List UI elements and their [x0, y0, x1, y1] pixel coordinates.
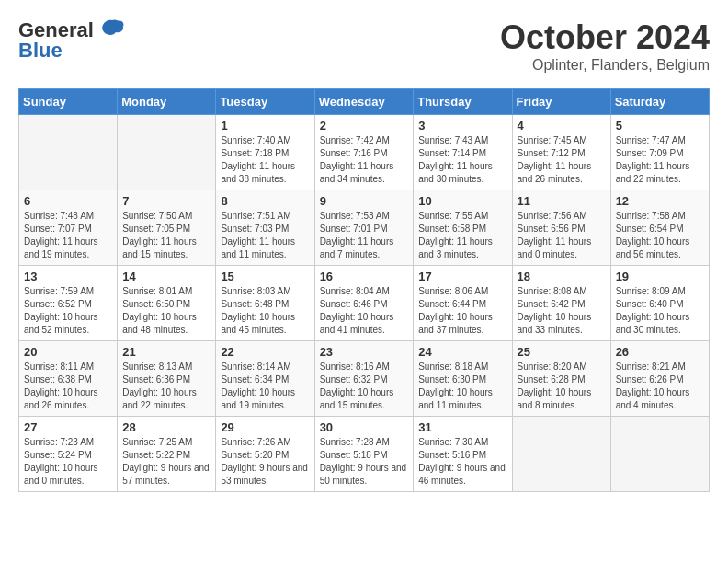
day-number: 25 [518, 345, 606, 359]
day-info: Sunrise: 7:56 AM Sunset: 6:56 PM Dayligh… [518, 210, 606, 261]
calendar-cell [19, 115, 118, 190]
weekday-header-friday: Friday [512, 89, 610, 115]
day-number: 12 [616, 194, 704, 208]
calendar-week-3: 13Sunrise: 7:59 AM Sunset: 6:52 PM Dayli… [19, 266, 710, 341]
day-number: 4 [518, 119, 606, 132]
day-number: 24 [418, 345, 506, 359]
day-info: Sunrise: 7:26 AM Sunset: 5:20 PM Dayligh… [221, 436, 309, 488]
weekday-header-thursday: Thursday [414, 89, 512, 115]
calendar-cell: 20Sunrise: 8:11 AM Sunset: 6:38 PM Dayli… [19, 341, 118, 417]
day-number: 28 [122, 420, 210, 434]
calendar-cell: 27Sunrise: 7:23 AM Sunset: 5:24 PM Dayli… [19, 417, 118, 492]
calendar-cell [512, 417, 610, 492]
logo-blue-text: Blue [18, 39, 63, 62]
day-info: Sunrise: 8:09 AM Sunset: 6:40 PM Dayligh… [616, 285, 704, 337]
day-info: Sunrise: 8:20 AM Sunset: 6:28 PM Dayligh… [518, 361, 606, 412]
calendar-cell [118, 115, 216, 190]
calendar-cell: 21Sunrise: 8:13 AM Sunset: 6:36 PM Dayli… [118, 341, 216, 417]
logo-bird-icon [99, 18, 125, 37]
weekday-header-monday: Monday [118, 89, 216, 115]
calendar-cell: 13Sunrise: 7:59 AM Sunset: 6:52 PM Dayli… [19, 266, 118, 341]
calendar-week-5: 27Sunrise: 7:23 AM Sunset: 5:24 PM Dayli… [19, 417, 710, 492]
day-number: 7 [122, 194, 210, 208]
calendar-cell: 17Sunrise: 8:06 AM Sunset: 6:44 PM Dayli… [414, 266, 512, 341]
calendar-cell [610, 417, 709, 492]
day-number: 14 [122, 270, 210, 283]
day-info: Sunrise: 7:43 AM Sunset: 7:14 PM Dayligh… [418, 134, 506, 186]
calendar-cell: 15Sunrise: 8:03 AM Sunset: 6:48 PM Dayli… [216, 266, 314, 341]
day-number: 8 [221, 194, 309, 208]
day-number: 29 [221, 420, 309, 434]
day-number: 1 [221, 119, 309, 132]
logo: General Blue [18, 18, 125, 61]
calendar-cell: 16Sunrise: 8:04 AM Sunset: 6:46 PM Dayli… [314, 266, 414, 341]
location-label: Oplinter, Flanders, Belgium [500, 57, 710, 74]
weekday-header-saturday: Saturday [610, 89, 709, 115]
day-number: 26 [616, 345, 704, 359]
calendar-cell: 2Sunrise: 7:42 AM Sunset: 7:16 PM Daylig… [314, 115, 414, 190]
day-number: 21 [122, 345, 210, 359]
calendar-cell: 23Sunrise: 8:16 AM Sunset: 6:32 PM Dayli… [314, 341, 414, 417]
day-info: Sunrise: 7:30 AM Sunset: 5:16 PM Dayligh… [418, 436, 506, 488]
calendar-cell: 24Sunrise: 8:18 AM Sunset: 6:30 PM Dayli… [414, 341, 512, 417]
calendar-cell: 8Sunrise: 7:51 AM Sunset: 7:03 PM Daylig… [216, 190, 314, 266]
calendar-cell: 29Sunrise: 7:26 AM Sunset: 5:20 PM Dayli… [216, 417, 314, 492]
day-number: 11 [518, 194, 606, 208]
day-info: Sunrise: 8:14 AM Sunset: 6:34 PM Dayligh… [221, 361, 309, 412]
calendar-cell: 7Sunrise: 7:50 AM Sunset: 7:05 PM Daylig… [118, 190, 216, 266]
calendar-cell: 18Sunrise: 8:08 AM Sunset: 6:42 PM Dayli… [512, 266, 610, 341]
day-number: 3 [418, 119, 506, 132]
day-info: Sunrise: 8:04 AM Sunset: 6:46 PM Dayligh… [320, 285, 409, 337]
day-info: Sunrise: 8:18 AM Sunset: 6:30 PM Dayligh… [418, 361, 506, 412]
day-number: 18 [518, 270, 606, 283]
day-info: Sunrise: 8:13 AM Sunset: 6:36 PM Dayligh… [122, 361, 210, 412]
day-number: 16 [320, 270, 409, 283]
day-info: Sunrise: 7:48 AM Sunset: 7:07 PM Dayligh… [24, 210, 112, 261]
day-info: Sunrise: 7:55 AM Sunset: 6:58 PM Dayligh… [418, 210, 506, 261]
day-number: 5 [616, 119, 704, 132]
day-info: Sunrise: 7:23 AM Sunset: 5:24 PM Dayligh… [24, 436, 112, 488]
day-number: 17 [418, 270, 506, 283]
page-header: General Blue October 2024 Oplinter, Flan… [18, 18, 710, 74]
day-info: Sunrise: 7:51 AM Sunset: 7:03 PM Dayligh… [221, 210, 309, 261]
day-info: Sunrise: 7:40 AM Sunset: 7:18 PM Dayligh… [221, 134, 309, 186]
calendar-cell: 11Sunrise: 7:56 AM Sunset: 6:56 PM Dayli… [512, 190, 610, 266]
month-title: October 2024 [500, 18, 710, 57]
weekday-header-row: SundayMondayTuesdayWednesdayThursdayFrid… [19, 89, 710, 115]
day-info: Sunrise: 8:08 AM Sunset: 6:42 PM Dayligh… [518, 285, 606, 337]
day-number: 19 [616, 270, 704, 283]
calendar-cell: 4Sunrise: 7:45 AM Sunset: 7:12 PM Daylig… [512, 115, 610, 190]
calendar-cell: 3Sunrise: 7:43 AM Sunset: 7:14 PM Daylig… [414, 115, 512, 190]
calendar-cell: 5Sunrise: 7:47 AM Sunset: 7:09 PM Daylig… [610, 115, 709, 190]
day-number: 13 [24, 270, 112, 283]
day-number: 23 [320, 345, 409, 359]
day-info: Sunrise: 8:01 AM Sunset: 6:50 PM Dayligh… [122, 285, 210, 337]
day-info: Sunrise: 7:58 AM Sunset: 6:54 PM Dayligh… [616, 210, 704, 261]
day-number: 9 [320, 194, 409, 208]
calendar-cell: 12Sunrise: 7:58 AM Sunset: 6:54 PM Dayli… [610, 190, 709, 266]
day-number: 20 [24, 345, 112, 359]
calendar-cell: 31Sunrise: 7:30 AM Sunset: 5:16 PM Dayli… [414, 417, 512, 492]
day-info: Sunrise: 8:21 AM Sunset: 6:26 PM Dayligh… [616, 361, 704, 412]
calendar-cell: 26Sunrise: 8:21 AM Sunset: 6:26 PM Dayli… [610, 341, 709, 417]
day-info: Sunrise: 7:47 AM Sunset: 7:09 PM Dayligh… [616, 134, 704, 186]
calendar-cell: 10Sunrise: 7:55 AM Sunset: 6:58 PM Dayli… [414, 190, 512, 266]
day-number: 22 [221, 345, 309, 359]
calendar-cell: 19Sunrise: 8:09 AM Sunset: 6:40 PM Dayli… [610, 266, 709, 341]
calendar-cell: 6Sunrise: 7:48 AM Sunset: 7:07 PM Daylig… [19, 190, 118, 266]
day-number: 27 [24, 420, 112, 434]
calendar-cell: 30Sunrise: 7:28 AM Sunset: 5:18 PM Dayli… [314, 417, 414, 492]
day-info: Sunrise: 7:28 AM Sunset: 5:18 PM Dayligh… [320, 436, 409, 488]
weekday-header-sunday: Sunday [19, 89, 118, 115]
day-info: Sunrise: 8:06 AM Sunset: 6:44 PM Dayligh… [418, 285, 506, 337]
day-info: Sunrise: 7:25 AM Sunset: 5:22 PM Dayligh… [122, 436, 210, 488]
calendar-week-2: 6Sunrise: 7:48 AM Sunset: 7:07 PM Daylig… [19, 190, 710, 266]
day-info: Sunrise: 7:45 AM Sunset: 7:12 PM Dayligh… [518, 134, 606, 186]
day-number: 30 [320, 420, 409, 434]
day-info: Sunrise: 8:11 AM Sunset: 6:38 PM Dayligh… [24, 361, 112, 412]
day-info: Sunrise: 8:16 AM Sunset: 6:32 PM Dayligh… [320, 361, 409, 412]
weekday-header-wednesday: Wednesday [314, 89, 414, 115]
calendar-week-4: 20Sunrise: 8:11 AM Sunset: 6:38 PM Dayli… [19, 341, 710, 417]
day-number: 15 [221, 270, 309, 283]
calendar-cell: 22Sunrise: 8:14 AM Sunset: 6:34 PM Dayli… [216, 341, 314, 417]
